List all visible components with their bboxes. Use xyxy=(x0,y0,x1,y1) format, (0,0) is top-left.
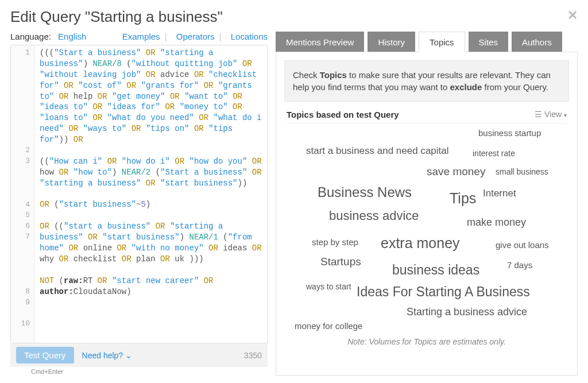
topic-term[interactable]: extra money xyxy=(381,235,460,252)
link-examples[interactable]: Examples xyxy=(122,32,160,41)
topic-term[interactable]: Ideas For Starting A Business xyxy=(357,284,530,300)
topic-term[interactable]: Startups xyxy=(320,256,361,268)
test-query-button[interactable]: Test Query xyxy=(16,347,74,363)
query-editor[interactable]: 12345678910 ((("Start a business" OR "st… xyxy=(10,45,268,343)
line-gutter: 12345678910 xyxy=(11,45,35,343)
topic-term[interactable]: business ideas xyxy=(392,262,479,278)
topic-term[interactable]: small business xyxy=(496,167,548,176)
tab-sites[interactable]: Sites xyxy=(469,32,508,52)
topic-term[interactable]: Internet xyxy=(483,188,516,199)
settings-icon: ☰ xyxy=(535,110,542,119)
chevron-down-icon: ▾ xyxy=(564,112,567,118)
topic-term[interactable]: step by step xyxy=(312,237,358,247)
topic-term[interactable]: Business News xyxy=(318,184,412,200)
page-title: Edit Query "Starting a business" xyxy=(10,8,223,26)
need-help-link[interactable]: Need help? ⌄ xyxy=(82,351,133,360)
language-value[interactable]: English xyxy=(58,32,86,41)
topic-term[interactable]: ways to start xyxy=(306,282,351,291)
topic-term[interactable]: Tips xyxy=(450,190,476,207)
topic-term[interactable]: save money xyxy=(427,165,485,178)
topic-term[interactable]: make money xyxy=(467,216,526,229)
tab-history[interactable]: History xyxy=(368,32,415,52)
topic-term[interactable]: interest rate xyxy=(473,149,515,158)
topic-term[interactable]: 7 days xyxy=(507,260,532,270)
topic-term[interactable]: start a business and need capital xyxy=(306,145,449,157)
link-operators[interactable]: Operators xyxy=(176,32,215,41)
topics-info: Check Topics to make sure that your resu… xyxy=(284,60,569,102)
topic-term[interactable]: money for college xyxy=(295,321,362,331)
language-label: Language: xyxy=(10,32,51,41)
shortcut-hint: Cmd+Enter xyxy=(31,368,63,375)
volume-note: Note: Volumes for Topics are estimates o… xyxy=(276,337,577,346)
topic-term[interactable]: Starting a business advice xyxy=(407,306,527,318)
topics-heading: Topics based on test Query xyxy=(287,110,399,119)
tab-authors[interactable]: Authors xyxy=(512,32,562,52)
tab-topics[interactable]: Topics xyxy=(419,32,465,52)
view-toggle[interactable]: ☰ View ▾ xyxy=(535,110,567,119)
topic-cloud: business startupstart a business and nee… xyxy=(283,128,570,335)
chevron-down-icon: ⌄ xyxy=(125,351,132,360)
topic-term[interactable]: business advice xyxy=(329,208,419,223)
close-icon[interactable]: ✕ xyxy=(567,8,578,23)
topic-term[interactable]: business startup xyxy=(478,128,541,138)
code-area[interactable]: ((("Start a business" OR "starting a bus… xyxy=(35,45,267,343)
char-count: 3350 xyxy=(244,351,262,360)
tab-mentions[interactable]: Mentions Preview xyxy=(276,32,364,52)
topic-term[interactable]: give out loans xyxy=(496,240,549,250)
link-locations[interactable]: Locations xyxy=(231,32,268,41)
